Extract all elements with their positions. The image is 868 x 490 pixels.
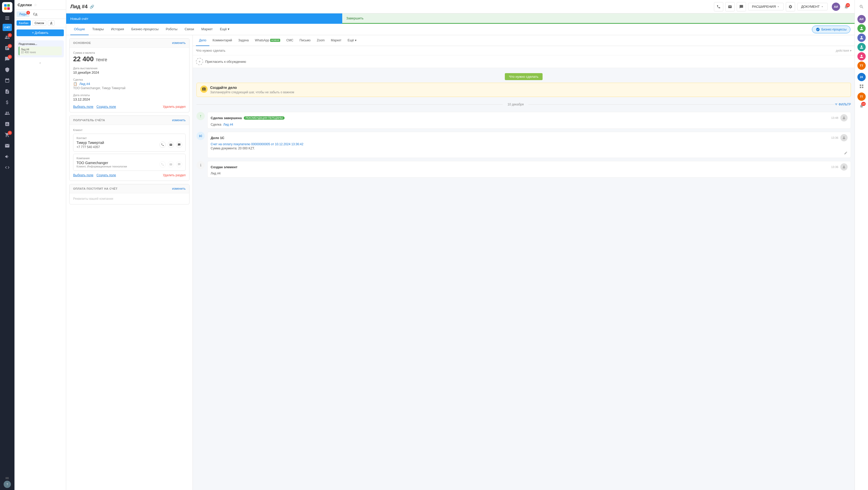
company-phone-icon[interactable] (159, 161, 166, 167)
sidebar-item-money[interactable] (2, 98, 12, 107)
create-field-link[interactable]: Создать поле (96, 105, 116, 109)
chat-tab-market[interactable]: Маркет (328, 35, 345, 46)
company-email-icon[interactable] (168, 161, 174, 167)
nav-tab-deals[interactable]: Сд (31, 11, 40, 17)
extra-view-btn[interactable]: Д (48, 21, 54, 26)
tab-robots[interactable]: Роботы (162, 24, 181, 35)
tab-links[interactable]: Связи (181, 24, 197, 35)
main-section-edit[interactable]: изменить (172, 41, 186, 45)
payment-section-edit[interactable]: изменить (172, 187, 186, 190)
rs-notifications[interactable]: 23 (857, 101, 866, 111)
link-icon[interactable]: 🔗 (90, 5, 94, 9)
chat-icon-btn[interactable] (737, 2, 746, 11)
receiver-create-field[interactable]: Создать поле (96, 174, 116, 177)
phone-btn[interactable] (714, 2, 723, 11)
bill-btn[interactable]: СЧЁТ (3, 24, 12, 31)
app-logo[interactable] (2, 2, 12, 12)
sidebar-item-dev[interactable] (2, 163, 12, 172)
pipeline-column: Подготовка... Лид #4 22 400 тенге е (14, 38, 66, 490)
chat-tab-letter[interactable]: Письмо (297, 35, 314, 46)
sidebar-item-analytics[interactable] (2, 119, 12, 129)
left-sidebar: СЧЁТ 5 10 4 (0, 0, 14, 490)
chat-actions-btn[interactable]: действия ▾ (836, 49, 851, 53)
close-btn[interactable] (3, 14, 12, 22)
stage-new-bill[interactable]: Новый счёт (66, 13, 342, 24)
rs-avatar-4[interactable] (858, 43, 866, 51)
extensions-btn[interactable]: РАСШИРЕНИЯ (748, 3, 784, 10)
sidebar-item-calendar[interactable] (2, 76, 12, 85)
chat-tab-comment[interactable]: Комментарий (209, 35, 235, 46)
biz-process-btn[interactable]: Бизнес-процессы (812, 26, 850, 33)
nav-tabs: Лиды 5 Сд (14, 10, 66, 19)
sidebar-item-shield[interactable] (2, 65, 12, 74)
nav-tab-leads[interactable]: Лиды 5 (17, 11, 29, 17)
tab-bizproc[interactable]: Бизнес-процессы (128, 24, 162, 35)
list-view-btn[interactable]: Список (32, 21, 46, 26)
chat-tab-whatsapp[interactable]: WhatsApp НОВОЕ (252, 35, 283, 46)
sidebar-item-marketing[interactable] (2, 152, 12, 161)
rs-avatar-3[interactable] (858, 34, 866, 42)
company-chat-icon[interactable] (176, 161, 182, 167)
sidebar-item-store[interactable]: 3 (2, 130, 12, 140)
sidebar-item-tasks[interactable]: 10 (2, 43, 12, 53)
chat-tab-zoom[interactable]: Zoom (314, 35, 328, 46)
chat-tab-deal[interactable]: Дело (196, 35, 209, 46)
help-btn[interactable]: ? (4, 481, 11, 488)
create-deal-icon[interactable] (200, 86, 208, 93)
sidebar-item-chat[interactable]: 4 (2, 54, 12, 64)
sidebar-item-users[interactable] (2, 109, 12, 118)
tab-market[interactable]: Маркет (198, 24, 216, 35)
document-btn[interactable]: ДОКУМЕНТ (797, 3, 828, 10)
user-avatar[interactable]: АИ (832, 3, 840, 11)
tl-link-2[interactable]: Счет на оплату покупателю 00000000005 от… (211, 143, 847, 146)
rs-avatar-5[interactable] (858, 52, 866, 60)
tl-link-1[interactable]: Лид #4 (223, 123, 233, 126)
stage-finish[interactable]: Завершить (342, 13, 855, 24)
receiver-delete-section[interactable]: Удалить раздел (163, 174, 186, 177)
tab-history[interactable]: История (107, 24, 127, 35)
tab-goods[interactable]: Товары (89, 24, 107, 35)
rs-avatar-tt[interactable]: ТТ (858, 62, 866, 70)
receiver-choose-field[interactable]: Выбрать поле (73, 174, 93, 177)
deal-link[interactable]: 📋 Лид #4 (73, 82, 186, 86)
receiver-section-edit[interactable]: изменить (172, 118, 186, 122)
tab-more[interactable]: Ещё ▾ (216, 24, 233, 35)
tab-general[interactable]: Общие (70, 24, 89, 35)
settings-btn[interactable] (786, 2, 795, 11)
chat-tab-more[interactable]: Ещё ▾ (345, 35, 360, 46)
rs-avatar-24[interactable]: 24 (858, 73, 866, 81)
date-separator: 10 декабря (196, 102, 835, 106)
rs-avatar-ai[interactable]: АИ (858, 15, 866, 23)
what-to-do-btn[interactable]: Что нужно сделать (505, 73, 542, 80)
notifications-bell[interactable]: 23 (842, 3, 850, 11)
issue-date-field: Дата выставления 10 декабря 2024 (73, 67, 186, 74)
filter-btn[interactable]: ФИЛЬТР (835, 102, 851, 106)
contact-phone-icon[interactable] (159, 142, 166, 148)
stage-card-active[interactable]: Лид #4 22 400 тенге (19, 47, 62, 55)
kanban-view-btn[interactable]: Канбан (17, 21, 31, 26)
sidebar-item-mail[interactable] (2, 141, 12, 150)
delete-section-link[interactable]: Удалить раздел (163, 105, 186, 109)
rs-avatar-tt2[interactable]: TT (858, 93, 866, 101)
chat-input[interactable] (196, 49, 834, 53)
invite-avatar[interactable]: + (196, 58, 203, 65)
contact-chat-icon[interactable] (176, 142, 182, 148)
sidebar-item-leads[interactable]: 5 (2, 33, 12, 42)
tl-arrow-icon: ↑ (196, 112, 205, 120)
contact-email-icon[interactable] (168, 142, 174, 148)
add-deal-btn[interactable]: + Добавить (17, 29, 64, 36)
choose-field-link[interactable]: Выбрать поле (73, 105, 93, 109)
tl-time-1: 13:48 (831, 116, 838, 119)
sidebar-badge-item[interactable]: СЧЁТ (3, 24, 12, 31)
kk-label[interactable]: КК (6, 477, 9, 480)
sidebar-item-docs[interactable] (2, 87, 12, 96)
email-btn[interactable] (725, 2, 735, 11)
main-content: Лид #4 🔗 РАСШИРЕНИЯ ДОКУМЕНТ (66, 0, 855, 490)
star-icon[interactable]: ☆ (34, 3, 37, 7)
chat-tab-task[interactable]: Задача (235, 35, 252, 46)
rs-search-btn[interactable] (857, 2, 866, 11)
chat-tab-sms[interactable]: СМС (283, 35, 297, 46)
rs-grid-btn[interactable] (857, 82, 866, 91)
rs-notif-badge: 23 (861, 102, 865, 106)
rs-avatar-2[interactable] (858, 24, 866, 33)
